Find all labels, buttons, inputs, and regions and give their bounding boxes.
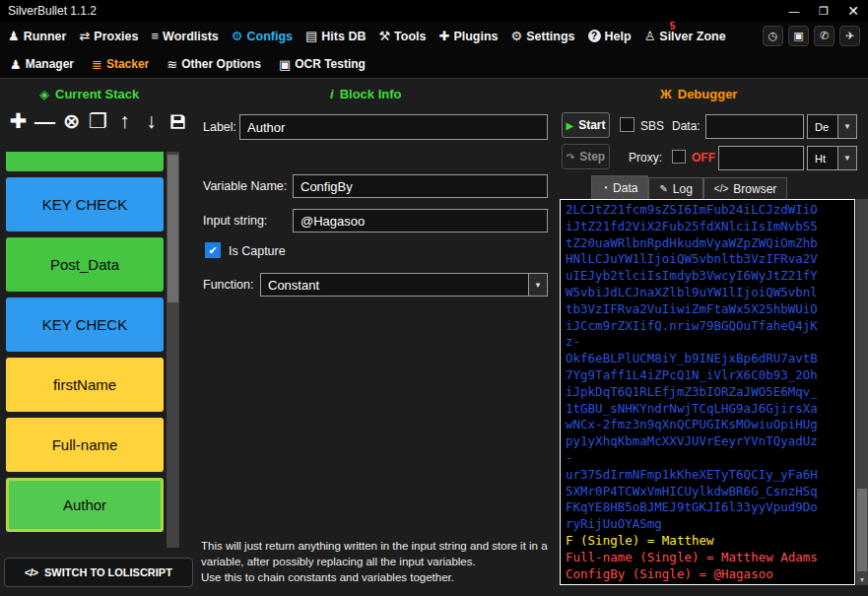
log-line: tb3VzIFRva2VuIiwiZmFtaWx5X25hbWUiO bbox=[566, 301, 849, 318]
stack-block-fullname[interactable]: Full-name bbox=[6, 418, 164, 472]
close-button[interactable]: ✕ bbox=[838, 0, 868, 22]
stack-toolbar: ✚ — ⊗ ❐ ↑ ↓ bbox=[5, 104, 191, 138]
nav-runner[interactable]: ♟Runner bbox=[8, 29, 66, 43]
nav-tools[interactable]: ⚒Tools bbox=[378, 29, 426, 43]
data-input[interactable] bbox=[705, 114, 804, 139]
stack-block-author-selected[interactable]: Author bbox=[6, 478, 164, 532]
chevron-down-icon[interactable]: ▼ bbox=[528, 274, 547, 296]
minimize-button[interactable]: — bbox=[779, 0, 809, 22]
function-dropdown[interactable]: Constant ▼ bbox=[260, 273, 548, 297]
tools-icon: ⚒ bbox=[378, 29, 390, 43]
sliders-icon: ≋ bbox=[167, 57, 177, 72]
data-tab-icon: ◔ bbox=[602, 182, 608, 193]
tab-data[interactable]: ◔Data bbox=[591, 175, 648, 199]
start-button[interactable]: ▶Start bbox=[562, 112, 610, 138]
tab-stacker-label: Stacker bbox=[106, 57, 149, 71]
maximize-button[interactable]: ❐ bbox=[809, 0, 838, 22]
debug-output[interactable]: 2LCJtZ21fcm9sZSI6ImFub24iLCJzdWIiO iJtZ2… bbox=[560, 199, 855, 585]
nav-wordlists[interactable]: ≡Wordlists bbox=[151, 29, 218, 43]
main-nav: ♟Runner ⇄Proxies ≡Wordlists ⚙Configs ▤Hi… bbox=[0, 22, 868, 50]
check-icon: ✔ bbox=[208, 244, 217, 257]
label-input[interactable] bbox=[239, 114, 548, 140]
debug-output-scrollbar-thumb[interactable] bbox=[857, 489, 867, 571]
x-circle-icon: ⊗ bbox=[63, 109, 81, 133]
switch-to-loliscript-button[interactable]: </> SWITCH TO LOLISCRIPT bbox=[4, 558, 193, 587]
current-stack-title: Current Stack bbox=[55, 87, 139, 101]
chevron-down-icon[interactable]: ▼ bbox=[837, 147, 856, 169]
history-icon: ◷ bbox=[768, 30, 778, 42]
variable-name-input[interactable] bbox=[293, 174, 548, 198]
plus-icon: ✚ bbox=[10, 109, 28, 133]
tab-log[interactable]: ✎Log bbox=[648, 177, 702, 199]
nav-plugins[interactable]: ✚Plugins bbox=[439, 29, 499, 43]
tab-browser[interactable]: </>Browser bbox=[703, 177, 787, 199]
remove-block-button[interactable]: — bbox=[32, 104, 58, 138]
tab-manager[interactable]: ♟Manager bbox=[10, 57, 74, 72]
proxy-checkbox[interactable] bbox=[672, 150, 686, 164]
stacker-page: ◈Current Stack iBlock Info ЖDebugger ✚ —… bbox=[0, 79, 868, 596]
step-button[interactable]: ↷Step bbox=[562, 144, 610, 169]
log-line: py1yXhqKbmaMcXXVJUVrEeyrYVnTQyadUz bbox=[566, 433, 849, 450]
log-line: uIEJyb2tlciIsImdyb3VwcyI6WyJtZ21fY bbox=[566, 268, 849, 285]
stack-block[interactable] bbox=[6, 152, 164, 171]
nav-settings[interactable]: ⚙Settings bbox=[511, 29, 575, 43]
log-tab-icon: ✎ bbox=[659, 183, 667, 194]
sbs-checkbox[interactable] bbox=[620, 117, 634, 132]
tab-stacker[interactable]: ≣Stacker bbox=[92, 57, 149, 72]
stack-block-keycheck-2[interactable]: KEY CHECK bbox=[6, 298, 164, 352]
debug-output-scrollbar[interactable]: ▼ bbox=[856, 199, 868, 585]
telegram-button[interactable]: ✈ bbox=[839, 26, 860, 46]
screenshot-button[interactable]: ▣ bbox=[788, 26, 809, 46]
step-icon: ↷ bbox=[567, 152, 574, 163]
browser-tab-icon: </> bbox=[714, 183, 728, 194]
silver-zone-badge: 5 bbox=[670, 21, 676, 32]
move-up-button[interactable]: ↑ bbox=[111, 104, 138, 138]
move-down-button[interactable]: ↓ bbox=[138, 104, 165, 138]
scroll-down-arrow-icon[interactable]: ▼ bbox=[856, 573, 868, 585]
tab-log-label: Log bbox=[673, 182, 693, 196]
arrow-up-icon: ↑ bbox=[119, 109, 130, 133]
nav-help[interactable]: ?Help bbox=[588, 30, 632, 43]
wordlist-type-dropdown[interactable]: De ▼ bbox=[807, 114, 857, 139]
log-line: ConfigBy (Single) = @Hagasoo bbox=[566, 566, 849, 583]
nav-quick-actions: ◷ ▣ ✆ ✈ bbox=[763, 26, 860, 46]
proxy-input[interactable] bbox=[718, 146, 804, 170]
clear-stack-button[interactable]: ⊗ bbox=[58, 104, 85, 138]
log-line: z- bbox=[566, 334, 849, 351]
nav-hits-db-label: Hits DB bbox=[321, 30, 366, 43]
tab-other-options-label: Other Options bbox=[181, 57, 261, 71]
copy-icon: ❐ bbox=[89, 109, 107, 133]
save-config-button[interactable] bbox=[165, 104, 191, 138]
nav-silver-zone[interactable]: 5♙Silver Zone bbox=[644, 29, 726, 43]
history-button[interactable]: ◷ bbox=[763, 26, 783, 46]
nav-proxies[interactable]: ⇄Proxies bbox=[79, 29, 138, 43]
input-string-input[interactable] bbox=[293, 209, 548, 232]
duplicate-block-button[interactable]: ❐ bbox=[85, 104, 111, 138]
stack-block-firstname[interactable]: firstName bbox=[6, 358, 164, 412]
nav-configs[interactable]: ⚙Configs bbox=[232, 29, 293, 43]
bug-icon: Ж bbox=[660, 87, 672, 101]
stack-block-keycheck-1[interactable]: KEY CHECK bbox=[6, 177, 164, 232]
block-info-header: iBlock Info bbox=[330, 87, 401, 101]
log-line: iJtZ21fd2ViX2Fub25fdXNlciIsImNvbS5 bbox=[566, 219, 849, 235]
add-block-button[interactable]: ✚ bbox=[5, 104, 32, 138]
tab-manager-label: Manager bbox=[26, 57, 74, 71]
tab-other-options[interactable]: ≋Other Options bbox=[167, 57, 261, 72]
chevron-down-icon[interactable]: ▼ bbox=[837, 115, 856, 138]
discord-button[interactable]: ✆ bbox=[814, 26, 835, 46]
nav-plugins-label: Plugins bbox=[453, 30, 498, 43]
proxy-type-dropdown[interactable]: Ht ▼ bbox=[807, 146, 857, 170]
stack-block-postdata[interactable]: Post_Data bbox=[6, 237, 164, 292]
stack-scrollbar-thumb[interactable] bbox=[167, 155, 178, 302]
is-capture-checkbox[interactable]: ✔ bbox=[205, 242, 221, 258]
input-string-label: Input string: bbox=[203, 214, 267, 228]
runner-icon: ♟ bbox=[8, 29, 20, 43]
titlebar: SilverBullet 1.1.2 — ❐ ✕ bbox=[0, 0, 868, 22]
nav-hits-db[interactable]: ▤Hits DB bbox=[305, 29, 366, 43]
window-controls: — ❐ ✕ bbox=[779, 0, 868, 22]
block-label: Full-name bbox=[52, 436, 118, 453]
code-icon: </> bbox=[25, 566, 37, 578]
tab-ocr-testing[interactable]: ▣OCR Testing bbox=[279, 57, 366, 72]
block-stack-list: KEY CHECK Post_Data KEY CHECK firstName … bbox=[6, 152, 164, 548]
stack-scrollbar[interactable] bbox=[167, 152, 179, 548]
